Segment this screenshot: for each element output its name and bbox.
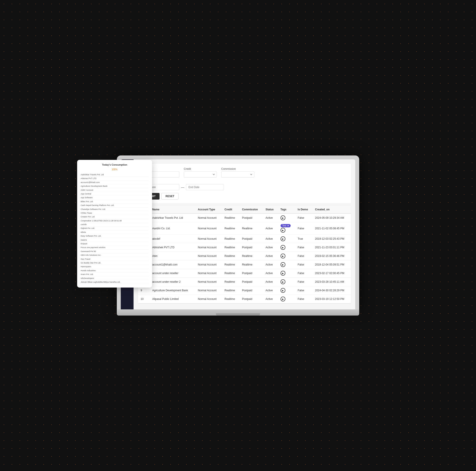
cell-credit: Realtime	[222, 261, 239, 269]
tag-remove[interactable]: ✕	[287, 225, 289, 227]
chart-list-item: Chhitu Tiwas	[81, 211, 149, 215]
commission-select[interactable]: Realtime Postpaid	[221, 171, 254, 177]
cell-name: account under reseller 2	[150, 278, 195, 286]
tag-add-icon[interactable]: ▶	[281, 236, 285, 241]
cell-account-type: Normal Account	[195, 278, 222, 286]
cell-credit: Realtime	[222, 278, 239, 286]
table-header-cell: Name	[150, 206, 195, 213]
date-dash: —	[181, 185, 184, 189]
data-table-container: S.N.NameAccount TypeCreditCommissionStat…	[138, 206, 351, 303]
table-header-cell: Credit	[222, 206, 239, 213]
laptop-screen-inner: Tag Credit Realtime Postpaid	[121, 159, 355, 309]
cell-status: Active	[263, 295, 278, 303]
cell-commission: Postpaid	[239, 295, 263, 303]
cell-created-on: 2021-11-02 05:08:45 PM	[312, 222, 351, 235]
chart-panel-subtitle: 100%	[81, 168, 149, 171]
chart-list-item: Focus one payment solution	[81, 246, 149, 249]
tag-add-icon[interactable]: ▶	[281, 254, 285, 259]
commission-filter-group: Commission Realtime Postpaid	[221, 167, 254, 177]
cell-credit: Realtime	[222, 213, 239, 222]
chart-list-item: Agriculture Development Bank	[81, 184, 149, 188]
cell-credit: Realtime	[222, 252, 239, 261]
cell-tags: ▶	[278, 243, 295, 252]
chart-list-item: Cooperative 1 DELETED 2023-11-28 04:51:4…	[81, 219, 149, 223]
button-row: SUBMIT RESET	[141, 193, 347, 200]
cell-status: Active	[263, 213, 278, 222]
cell-created-on: 2024-04-30 02:28:29 PM	[312, 286, 351, 295]
table-header-row: S.N.NameAccount TypeCreditCommissionStat…	[138, 206, 351, 213]
cell-commission: Postpaid	[239, 286, 263, 295]
cell-created-on: 2021-11-23 03:01:11 PM	[312, 243, 351, 252]
chart-list-item: Creator Pvt. Ltd	[81, 215, 149, 219]
cell-name: Agriculture Development Bank	[150, 286, 195, 295]
cell-tags: ▶	[278, 261, 295, 269]
cell-name: Abhishek PVT LTD	[150, 243, 195, 252]
cell-commission: Postpaid	[239, 269, 263, 278]
tag-add-icon[interactable]: ▶	[281, 245, 285, 250]
tag-add-icon[interactable]: ▶	[281, 228, 285, 233]
chart-list-item: Enjoyor	[81, 242, 149, 246]
cell-credit: Realtime	[222, 269, 239, 278]
table-header-cell: Tags	[278, 206, 295, 213]
cell-is-demo: False	[295, 286, 312, 295]
accounts-table: S.N.NameAccount TypeCreditCommissionStat…	[138, 206, 351, 303]
cell-status: Active	[263, 278, 278, 286]
table-header-cell: Commission	[239, 206, 263, 213]
cell-name: Allpasal Public Limited	[150, 295, 195, 303]
cell-is-demo: True	[295, 235, 312, 243]
cell-account-type: Normal Account	[195, 213, 222, 222]
laptop-screen-outer: Tag Credit Realtime Postpaid	[117, 156, 359, 309]
main-content[interactable]: Tag Credit Realtime Postpaid	[134, 159, 355, 309]
cell-tags: Test ✕▶	[278, 222, 295, 235]
cell-account-type: Normal Account	[195, 222, 222, 235]
table-row: 8account under reseller 2Normal AccountR…	[138, 278, 351, 286]
cell-created-on: 2019-02-15 05:36:46 PM	[312, 252, 351, 261]
cell-created-on: 2024-05-09 10:29:34 AM	[312, 213, 351, 222]
cell-account-type: Normal Account	[195, 243, 222, 252]
table-header-cell: Account Type	[195, 206, 222, 213]
cell-is-demo: False	[295, 222, 312, 235]
tag-add-icon[interactable]: ▶	[281, 279, 285, 284]
table-header-cell: Status	[263, 206, 278, 213]
cell-tags: ▶	[278, 278, 295, 286]
table-row: 7account under resellerNormal AccountRea…	[138, 269, 351, 278]
cell-is-demo: False	[295, 295, 312, 303]
cell-commission: Realtime	[239, 222, 263, 235]
cell-commission: Realtime	[239, 261, 263, 269]
filter-row-top: Tag Credit Realtime Postpaid	[141, 167, 347, 177]
cell-tags: ▶	[278, 269, 295, 278]
end-date-input[interactable]	[186, 184, 224, 190]
chart-list-item: App Software	[81, 196, 149, 200]
tag-add-icon[interactable]: ▶	[281, 297, 285, 301]
tag-add-icon[interactable]: ▶	[281, 262, 285, 267]
table-row: 4Abhishek PVT LTDNormal AccountRealtimeP…	[138, 243, 351, 252]
chart-list-item: Jeevan Bikas Laghubittta Bittiya Sanstha…	[81, 280, 149, 284]
cell-tags: ▶	[278, 235, 295, 243]
date-inputs: —	[141, 184, 224, 190]
cell-tags: ▶	[278, 286, 295, 295]
laptop: Tag Credit Realtime Postpaid	[117, 156, 359, 315]
reset-button[interactable]: RESET	[161, 193, 178, 200]
table-row: 9Agriculture Development BankNormal Acco…	[138, 286, 351, 295]
chart-list-item: Go Buddy Star Pvt Ltd.	[81, 261, 149, 265]
cell-account-type: Normal Account	[195, 261, 222, 269]
cell-credit: Realtime	[222, 295, 239, 303]
chart-list-item: Hamropatro	[81, 265, 149, 269]
credit-select[interactable]: Realtime Postpaid	[184, 171, 217, 177]
commission-label: Commission	[221, 167, 254, 171]
tag-add-icon[interactable]: ▶	[281, 215, 285, 220]
cell-commission: Postpaid	[239, 213, 263, 222]
chart-list-item: App Central	[81, 192, 149, 196]
cell-credit: Realtime	[222, 286, 239, 295]
chart-list-item: corinth	[81, 223, 149, 227]
cell-created-on: 2023-02-17 02:00:45 PM	[312, 269, 351, 278]
date-label: Date	[141, 180, 224, 183]
tag-add-icon[interactable]: ▶	[281, 271, 285, 276]
cell-commission: Postpaid	[239, 243, 263, 252]
cell-status: Active	[263, 243, 278, 252]
chart-list-item: Ganesand Pvt ltd	[81, 250, 149, 253]
chart-list-item: Dighub Pvt. Ltd.	[81, 227, 149, 230]
tag-add-icon[interactable]: ▶	[281, 288, 285, 293]
cell-is-demo: False	[295, 243, 312, 252]
cell-account-type: Normal Account	[195, 269, 222, 278]
